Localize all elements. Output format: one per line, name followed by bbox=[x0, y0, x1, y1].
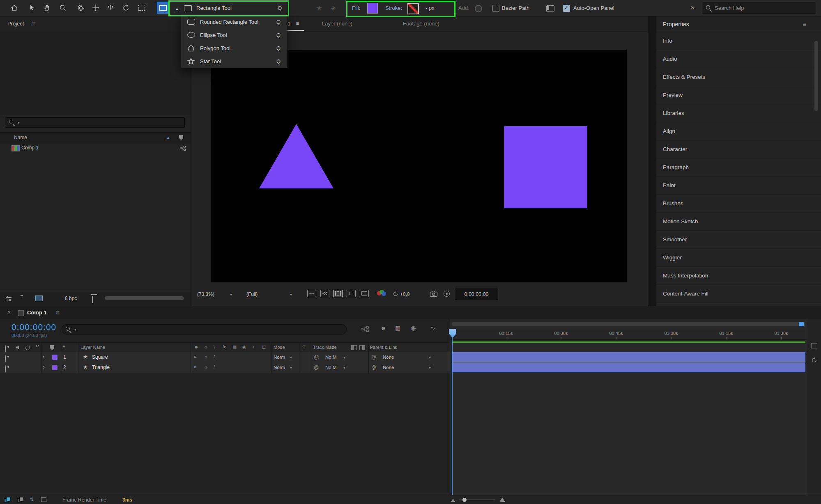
time-navigator-bar[interactable] bbox=[452, 322, 805, 326]
zoom-out-mountain-icon[interactable] bbox=[451, 499, 455, 502]
view-layout-button[interactable] bbox=[347, 290, 356, 297]
label-column-icon[interactable] bbox=[179, 135, 183, 140]
panel-toggle-icon[interactable] bbox=[546, 5, 554, 12]
timeline-search-field[interactable]: ▾ bbox=[62, 324, 347, 334]
project-panel-menu-icon[interactable]: ≡ bbox=[32, 20, 36, 27]
auto-open-panel-checkbox[interactable]: ✓ bbox=[563, 5, 570, 12]
parent-pickwhip-icon[interactable]: @ bbox=[371, 354, 376, 360]
bezier-path-label[interactable]: Bezier Path bbox=[502, 5, 529, 11]
chevron-down-icon[interactable]: ▾ bbox=[429, 365, 431, 370]
help-search-field[interactable] bbox=[702, 2, 816, 14]
twirl-icon[interactable]: › bbox=[43, 353, 45, 360]
properties-item-paragraph[interactable]: Paragraph bbox=[656, 158, 821, 176]
properties-panel-menu-icon[interactable]: ≡ bbox=[803, 21, 806, 27]
time-ruler[interactable]: 0s 00:15s 00:30s 00:45s 01:00s 01:15s 01… bbox=[450, 329, 807, 340]
layer-visibility-eye-icon[interactable] bbox=[5, 365, 6, 373]
fill-color-swatch[interactable] bbox=[367, 3, 378, 14]
trash-icon[interactable] bbox=[92, 296, 93, 303]
matte-pickwhip-icon[interactable]: @ bbox=[314, 354, 319, 360]
collapse-switch-icon[interactable]: ¤ bbox=[194, 354, 196, 359]
properties-item-audio[interactable]: Audio bbox=[656, 50, 821, 68]
track-matte-dropdown[interactable]: No M bbox=[325, 365, 336, 370]
track-matte-column-header[interactable]: Track Matte bbox=[313, 345, 337, 350]
layer-tab[interactable]: Layer (none) bbox=[322, 21, 352, 27]
chevron-down-icon[interactable]: ▾ bbox=[343, 355, 345, 360]
time-navigator-end-handle[interactable] bbox=[799, 322, 804, 326]
properties-item-effects-presets[interactable]: Effects & Presets bbox=[656, 68, 821, 86]
mode-column-header[interactable]: Mode bbox=[274, 345, 285, 350]
zoom-in-mountain-icon[interactable] bbox=[499, 497, 505, 502]
project-search-input[interactable] bbox=[23, 119, 181, 126]
layer-visibility-eye-icon[interactable] bbox=[5, 355, 6, 362]
bit-depth-button[interactable]: 8 bpc bbox=[65, 296, 77, 301]
project-search-field[interactable]: ▾ bbox=[5, 117, 185, 128]
bezier-path-checkbox[interactable] bbox=[492, 5, 499, 12]
name-column-header[interactable]: Name bbox=[14, 135, 27, 140]
properties-item-content-aware-fill[interactable]: Content-Aware Fill bbox=[656, 285, 821, 303]
show-snapshot-icon[interactable] bbox=[444, 291, 450, 297]
mask-outline-button[interactable] bbox=[333, 290, 343, 297]
composition-marker-bin-icon[interactable] bbox=[811, 343, 817, 348]
layer-name-column-header[interactable]: Layer Name bbox=[80, 345, 105, 350]
layer-duration-bar[interactable] bbox=[452, 352, 805, 362]
twirl-icon[interactable]: › bbox=[43, 364, 45, 370]
project-tab[interactable]: Project bbox=[7, 21, 24, 27]
shy-toggle-icon[interactable]: ☻ bbox=[380, 325, 386, 331]
menu-item-rounded-rectangle-tool[interactable]: Rounded Rectangle Tool Q bbox=[181, 15, 287, 28]
stroke-color-swatch[interactable] bbox=[407, 3, 419, 14]
parent-dropdown[interactable]: None bbox=[383, 365, 394, 370]
matte-pickwhip-icon[interactable]: @ bbox=[314, 364, 319, 370]
blend-mode-dropdown[interactable]: Norm bbox=[274, 365, 285, 370]
composition-tab[interactable]: 1 bbox=[287, 21, 290, 27]
collapse-switch-icon[interactable]: ¤ bbox=[194, 364, 196, 369]
audio-column-speaker-icon[interactable] bbox=[16, 345, 21, 350]
timeline-comp-tab[interactable]: Comp 1 bbox=[27, 309, 47, 316]
rectangle-tool-button[interactable] bbox=[157, 2, 169, 14]
properties-item-brushes[interactable]: Brushes bbox=[656, 195, 821, 213]
triangle-shape[interactable] bbox=[259, 124, 333, 188]
orbit-camera-tool-button[interactable] bbox=[76, 2, 86, 13]
hand-tool-button[interactable] bbox=[42, 2, 53, 13]
rasterize-switch-icon[interactable]: ☼ bbox=[204, 354, 208, 359]
menu-item-polygon-tool[interactable]: Polygon Tool Q bbox=[181, 41, 287, 55]
auto-open-panel-label[interactable]: Auto-Open Panel bbox=[573, 5, 614, 11]
chevron-down-icon[interactable]: ▾ bbox=[429, 355, 431, 360]
layer-name[interactable]: Square bbox=[92, 354, 108, 360]
chevron-down-icon[interactable]: ▾ bbox=[290, 292, 292, 297]
motion-blur-toggle-icon[interactable]: ◉ bbox=[411, 325, 416, 331]
project-item-name[interactable]: Comp 1 bbox=[21, 145, 39, 151]
t-column-header[interactable]: T bbox=[303, 345, 306, 350]
header-toggle-icon-b[interactable] bbox=[359, 345, 365, 350]
timeline-panel-menu-icon[interactable]: ≡ bbox=[56, 309, 60, 316]
project-item-row[interactable]: Comp 1 bbox=[0, 143, 191, 153]
close-tab-icon[interactable]: × bbox=[7, 309, 11, 316]
home-button[interactable] bbox=[9, 2, 20, 13]
horizontal-scrollbar[interactable] bbox=[105, 296, 184, 300]
roi-button[interactable] bbox=[307, 290, 316, 297]
properties-item-align[interactable]: Align bbox=[656, 122, 821, 140]
header-toggle-icon-a[interactable] bbox=[351, 345, 357, 350]
rasterize-switch-icon[interactable]: ☼ bbox=[204, 364, 208, 369]
channel-color-wheel-icon[interactable] bbox=[377, 290, 387, 296]
track-matte-dropdown[interactable]: No M bbox=[325, 355, 336, 360]
toolbar-overflow-icon[interactable]: » bbox=[691, 4, 695, 11]
sort-ascending-icon[interactable]: ▲ bbox=[166, 135, 170, 140]
rotate-tool-button[interactable] bbox=[121, 2, 131, 13]
reset-exposure-icon[interactable] bbox=[393, 291, 398, 297]
parent-pickwhip-icon[interactable]: @ bbox=[371, 364, 376, 370]
properties-item-smoother[interactable]: Smoother bbox=[656, 231, 821, 249]
layer-duration-bar[interactable] bbox=[452, 362, 805, 372]
label-column-icon[interactable] bbox=[50, 345, 54, 350]
solo-column-icon[interactable] bbox=[25, 346, 30, 350]
toggle-render-pane-icon[interactable] bbox=[41, 497, 46, 502]
layer-color-chip[interactable] bbox=[52, 355, 57, 360]
frame-blend-toggle-icon[interactable]: ▦ bbox=[395, 325, 400, 331]
properties-item-info[interactable]: Info bbox=[656, 32, 821, 50]
help-search-input[interactable] bbox=[715, 5, 812, 11]
pan-camera-tool-button[interactable] bbox=[90, 2, 101, 13]
blend-mode-dropdown[interactable]: Norm bbox=[274, 355, 285, 360]
selection-tool-button[interactable] bbox=[26, 2, 37, 13]
properties-scrollbar[interactable] bbox=[814, 41, 818, 111]
toggle-inout-pane-icon[interactable]: ⇅ bbox=[30, 497, 34, 502]
composition-viewport[interactable] bbox=[211, 50, 627, 282]
